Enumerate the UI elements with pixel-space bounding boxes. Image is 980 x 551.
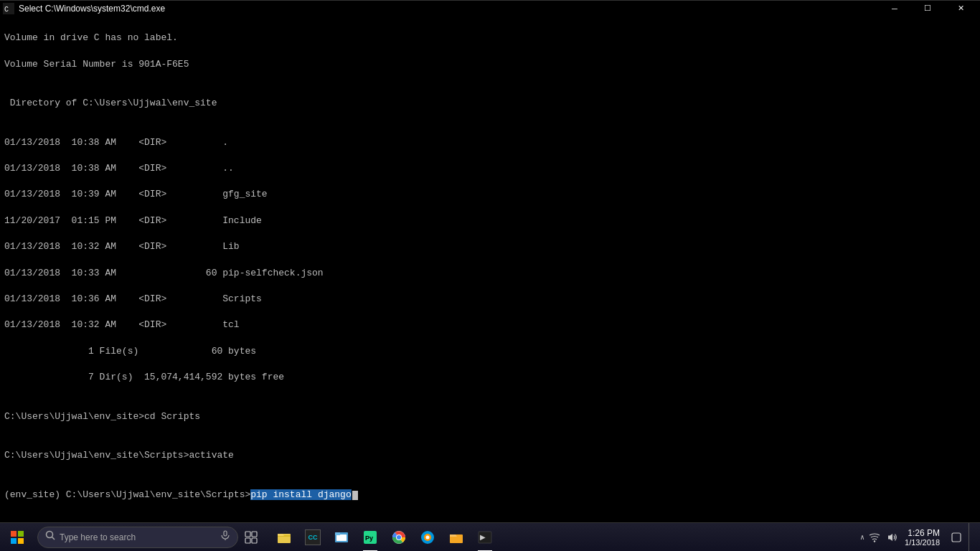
svg-text:Py: Py — [365, 534, 373, 542]
system-tray: ∧ 1:26 PM 1/13/201 — [859, 523, 980, 552]
clock-date: 1/13/2018 — [905, 538, 940, 547]
search-bar[interactable]: Type here to search — [37, 527, 238, 548]
terminal-cd-command: C:\Users\Ujjwal\env_site>cd Scripts — [4, 410, 976, 423]
terminal-current-line: (env_site) C:\Users\Ujjwal\env_site\Scri… — [4, 489, 976, 501]
mic-icon — [220, 530, 230, 544]
system-clock[interactable]: 1:26 PM 1/13/2018 — [900, 528, 944, 547]
svg-rect-2 — [11, 531, 17, 537]
svg-rect-11 — [252, 532, 257, 537]
titlebar-left: C Select C:\Windows\system32\cmd.exe — [3, 3, 165, 14]
terminal-activate-command: C:\Users\Ujjwal\env_site\Scripts>activat… — [4, 449, 976, 462]
current-command: pip install django — [250, 489, 351, 500]
cmd-icon: C — [3, 3, 14, 14]
taskbar: Type here to search — [0, 522, 980, 551]
notification-button[interactable] — [946, 523, 967, 552]
clock-time: 1:26 PM — [905, 528, 940, 538]
taskbar-file-explorer[interactable] — [270, 523, 298, 552]
svg-rect-30 — [952, 533, 961, 542]
terminal-line-6: 01/13/2018 10:38 AM <DIR> . — [4, 136, 976, 149]
window-title: Select C:\Windows\system32\cmd.exe — [19, 4, 165, 14]
close-button[interactable]: ✕ — [944, 1, 977, 17]
show-desktop-button[interactable] — [969, 523, 974, 552]
terminal-line-9: 11/20/2017 01:15 PM <DIR> Include — [4, 215, 976, 227]
cursor-block — [352, 491, 358, 500]
taskbar-pycharm[interactable]: Py — [356, 523, 385, 552]
svg-text:C: C — [4, 6, 9, 14]
taskbar-windows-explorer[interactable] — [327, 523, 356, 552]
taskbar-apps: CC Py — [270, 523, 859, 552]
taskbar-firefox[interactable] — [413, 523, 442, 552]
svg-point-6 — [47, 532, 53, 538]
window-controls: ─ ☐ ✕ — [878, 1, 977, 17]
tray-icons — [867, 530, 899, 545]
terminal-line-12: 01/13/2018 10:36 AM <DIR> Scripts — [4, 293, 976, 306]
svg-rect-3 — [18, 531, 24, 537]
current-prompt: (env_site) C:\Users\Ujjwal\env_site\Scri… — [4, 489, 250, 500]
svg-rect-17 — [335, 532, 340, 535]
taskbar-folder[interactable] — [442, 523, 471, 552]
titlebar: C Select C:\Windows\system32\cmd.exe ─ ☐… — [0, 0, 980, 16]
start-button[interactable] — [0, 523, 34, 552]
svg-rect-16 — [336, 534, 347, 541]
terminal-line-14: 1 File(s) 60 bytes — [4, 345, 976, 358]
tray-expand-button[interactable]: ∧ — [859, 533, 866, 542]
maximize-button[interactable]: ☐ — [911, 1, 944, 17]
svg-rect-5 — [18, 538, 24, 544]
terminal-line-8: 01/13/2018 10:39 AM <DIR> gfg_site — [4, 188, 976, 201]
terminal-output[interactable]: Volume in drive C has no label. Volume S… — [0, 16, 980, 522]
taskbar-capcut[interactable]: CC — [298, 523, 327, 552]
svg-rect-12 — [245, 538, 250, 543]
svg-point-25 — [426, 535, 430, 539]
terminal-line-7: 01/13/2018 10:38 AM <DIR> .. — [4, 162, 976, 175]
search-placeholder-text: Type here to search — [60, 532, 136, 542]
network-icon[interactable] — [867, 530, 882, 545]
svg-rect-10 — [245, 532, 250, 537]
svg-text:▶: ▶ — [480, 534, 486, 542]
terminal-line-4: Directory of C:\Users\Ujjwal\env_site — [4, 97, 976, 110]
terminal-line-15: 7 Dir(s) 15,074,414,592 bytes free — [4, 371, 976, 384]
svg-point-29 — [874, 540, 875, 542]
svg-rect-8 — [224, 531, 227, 536]
terminal-line-2: Volume Serial Number is 901A-F6E5 — [4, 58, 976, 71]
terminal-line-10: 01/13/2018 10:32 AM <DIR> Lib — [4, 240, 976, 253]
terminal-line-13: 01/13/2018 10:32 AM <DIR> tcl — [4, 319, 976, 331]
svg-point-22 — [397, 535, 401, 540]
task-view-button[interactable] — [238, 523, 264, 552]
taskbar-chrome[interactable] — [385, 523, 413, 552]
svg-rect-13 — [252, 538, 257, 543]
terminal-line-1: Volume in drive C has no label. — [4, 32, 976, 44]
terminal-line-11: 01/13/2018 10:33 AM 60 pip-selfcheck.jso… — [4, 267, 976, 280]
taskbar-terminal[interactable]: ▶ — [471, 523, 499, 552]
svg-rect-4 — [11, 538, 17, 544]
svg-line-7 — [52, 537, 55, 540]
minimize-button[interactable]: ─ — [878, 1, 911, 17]
volume-icon[interactable] — [885, 530, 899, 545]
search-icon — [45, 530, 55, 544]
